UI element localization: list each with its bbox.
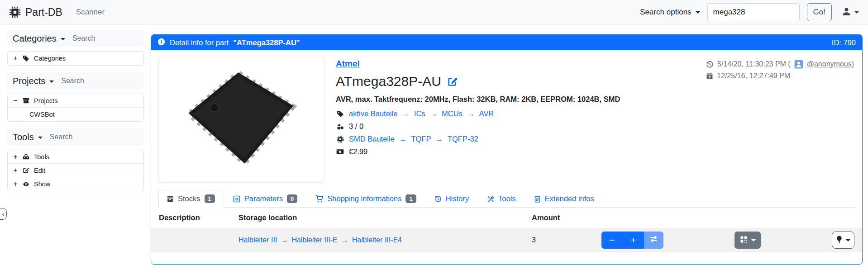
part-image[interactable] [158,58,324,183]
edit-part-icon[interactable] [447,76,458,87]
tools-icon [487,195,494,203]
header-part-name: "ATmega328P-AU" [233,38,300,47]
clipboard-icon [534,195,541,203]
tab-label: Stocks [178,194,200,203]
brand-label: Part-DB [25,6,62,19]
tab-extended-infos[interactable]: Extended infos [526,190,602,208]
search-options-dropdown[interactable]: Search options [640,8,700,17]
chevron-down-icon [696,11,700,14]
chevron-down-icon [846,239,850,241]
tab-tools[interactable]: Tools [479,190,524,208]
search-go-button[interactable]: Go! [807,3,832,21]
tab-badge: 1 [205,194,215,203]
sidebar-collapse-handle[interactable]: ‹ [0,208,7,220]
column-header-description: Description [151,213,238,222]
storage-location-breadcrumb: Halbleiter III → Halbleiter III-E → Halb… [238,236,532,244]
tree-item-tools[interactable]: + Tools [8,150,143,164]
cart-icon [315,195,323,203]
arrow-icon: → [467,109,475,118]
storage-location-link[interactable]: Halbleiter III [238,236,277,244]
label-generator-dropdown[interactable] [734,232,761,249]
projects-dropdown[interactable]: Projects [13,76,54,86]
withdraw-stock-button[interactable]: − [601,232,623,249]
expand-icon[interactable]: + [13,54,18,62]
tab-stocks[interactable]: Stocks 1 [158,190,223,208]
history-icon [706,61,714,68]
archive-icon [23,97,29,104]
edit-icon [23,167,29,174]
manufacturer-link[interactable]: Atmel [336,59,360,68]
money-bill-icon [336,148,344,156]
stocks-table: Description Storage location Amount Halb… [151,208,862,252]
stock-adjust-group: − + [601,232,663,249]
created-line: 12/25/16, 12:27:49 PM [706,72,854,80]
modified-timestamp: 5/14/20, 11:30:23 PM ( [717,60,791,68]
tree-item-label: Projects [34,97,57,104]
tree-item-cwsbot[interactable]: CWSBot [8,108,143,121]
global-search-input[interactable] [707,3,800,21]
header-prefix: Detail info for part [170,38,229,47]
qr-grid-icon [740,236,748,245]
tree-item-label: Tools [34,153,49,161]
microchip-icon [9,6,21,18]
tree-item-show[interactable]: + Show [8,177,143,191]
info-circle-icon [157,38,165,47]
expand-icon[interactable]: + [13,180,18,188]
arrow-icon: → [430,109,438,118]
categories-dropdown[interactable]: Categories [13,33,65,44]
tab-shopping-informations[interactable]: Shopping informations 1 [307,190,424,208]
footprint-link[interactable]: SMD Bauteile [349,135,395,143]
arrow-icon: → [435,135,443,143]
tab-parameters[interactable]: Parameters 0 [225,190,306,208]
minus-icon: − [609,235,615,246]
chevron-left-icon: ‹ [2,211,4,218]
history-icon [434,195,442,203]
expand-icon[interactable]: + [13,153,18,161]
storage-location-link[interactable]: Halbleiter III-E4 [352,236,402,244]
modified-suffix: ) [852,60,854,68]
projects-search-input[interactable] [61,77,129,85]
modified-user-link[interactable]: @anonymous [807,60,852,68]
tab-history[interactable]: History [426,190,477,208]
tree-item-edit[interactable]: + Edit [8,164,143,177]
user-icon [842,7,851,18]
tools-search-input[interactable] [50,133,118,141]
tag-icon [23,55,29,62]
app-brand[interactable]: Part-DB [9,6,62,19]
move-stock-button[interactable] [644,232,663,249]
toolbox-icon [23,153,29,160]
nav-link-scanner[interactable]: Scanner [76,8,105,17]
category-breadcrumb: aktive Bauteile → ICs → MCUs → AVR [336,109,620,118]
led-locate-dropdown[interactable] [832,232,854,249]
stock-summary: 3 / 0 [349,122,363,131]
storage-location-link[interactable]: Halbleiter III-E [291,236,337,244]
tree-item-projects[interactable]: − Projects [8,94,143,108]
column-header-amount: Amount [532,213,601,222]
tree-item-categories[interactable]: + Categories [8,52,143,65]
stock-amount: 3 [532,236,601,244]
category-link[interactable]: ICs [414,109,425,118]
avatar-icon[interactable] [794,60,803,69]
sidebar: Categories + Categories Projects [7,30,144,198]
category-link[interactable]: MCUs [442,109,463,118]
last-modified-line: 5/14/20, 11:30:23 PM ( @anonymous) [706,60,854,69]
add-stock-button[interactable]: + [623,232,644,249]
categories-title: Categories [13,33,57,44]
tools-dropdown[interactable]: Tools [13,132,43,142]
chevron-down-icon [854,11,859,14]
footprint-link[interactable]: TQFP [411,135,431,143]
price-value: €2.99 [349,147,367,156]
price-line: €2.99 [336,147,620,156]
tree-item-label: Edit [34,167,45,174]
category-link[interactable]: aktive Bauteile [349,109,397,118]
expand-icon[interactable]: + [13,166,18,175]
stock-summary-line: 3 / 0 [336,122,620,131]
category-link[interactable]: AVR [479,109,494,118]
categories-search-input[interactable] [72,34,140,43]
user-menu-dropdown[interactable] [842,7,859,18]
description-lead: AVR, [336,95,353,103]
collapse-node-icon[interactable]: − [13,97,18,105]
lightbulb-icon [836,236,843,245]
eye-icon [23,181,29,188]
footprint-link[interactable]: TQFP-32 [448,135,478,143]
